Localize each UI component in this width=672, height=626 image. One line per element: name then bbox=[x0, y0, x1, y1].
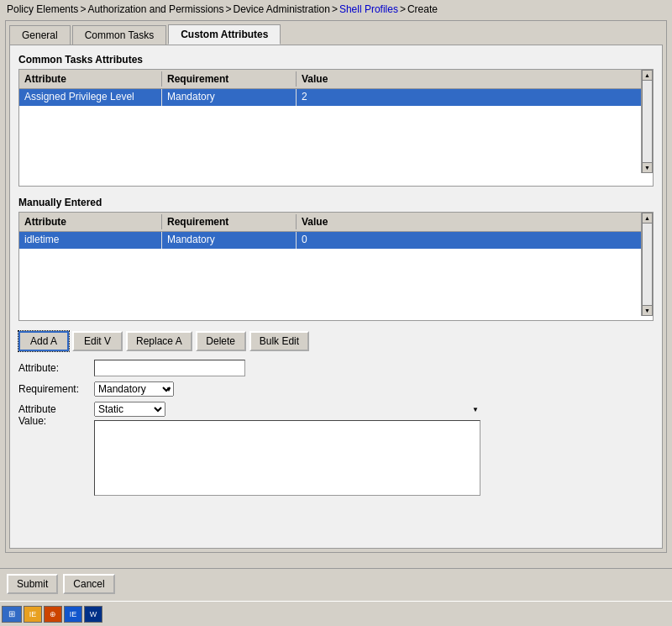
attr-value-label: AttributeValue: bbox=[18, 402, 94, 427]
common-tasks-section-label: Common Tasks Attributes bbox=[18, 54, 654, 66]
common-tasks-row-0[interactable]: Assigned Privilege Level Mandatory 2 bbox=[19, 89, 641, 106]
manually-entered-row-0[interactable]: idletime Mandatory 0 bbox=[19, 232, 641, 249]
tab-content-custom-attributes: Common Tasks Attributes Attribute Requir… bbox=[9, 45, 663, 549]
col-header-value-2: Value bbox=[297, 214, 641, 229]
common-tasks-cell-attr-0: Assigned Privilege Level bbox=[19, 89, 162, 106]
breadcrumb-sep3: > bbox=[332, 3, 338, 15]
attr-value-form-row: AttributeValue: Static Dynamic bbox=[18, 402, 654, 496]
attr-value-type-wrapper: Static Dynamic bbox=[94, 402, 480, 417]
manually-entered-cell-attr-0: idletime bbox=[19, 232, 162, 249]
manually-entered-table-header: Attribute Requirement Value bbox=[19, 213, 641, 232]
taskbar-start-icon[interactable]: ⊞ bbox=[2, 606, 22, 623]
requirement-form-row: Requirement: Mandatory Optional bbox=[18, 381, 654, 397]
breadcrumb-device: Device Administration bbox=[234, 3, 330, 15]
manually-entered-table-main: Attribute Requirement Value idletime Man… bbox=[19, 213, 641, 316]
main-container: General Common Tasks Custom Attributes C… bbox=[5, 20, 667, 553]
col-header-requirement-2: Requirement bbox=[162, 214, 297, 229]
manually-entered-table: Attribute Requirement Value idletime Man… bbox=[18, 212, 654, 321]
requirement-select[interactable]: Mandatory Optional bbox=[94, 381, 174, 397]
common-tasks-cell-req-0: Mandatory bbox=[162, 89, 297, 106]
col-header-requirement-1: Requirement bbox=[162, 71, 297, 87]
breadcrumb: Policy Elements > Authorization and Perm… bbox=[0, 0, 672, 18]
attr-value-type-select[interactable]: Static Dynamic bbox=[94, 402, 165, 417]
common-tasks-scrollbar: ▲ ▼ bbox=[641, 70, 653, 173]
requirement-select-wrapper: Mandatory Optional bbox=[94, 381, 174, 397]
bulk-edit-button[interactable]: Bulk Edit bbox=[249, 331, 309, 351]
manually-entered-scrollbar: ▲ ▼ bbox=[641, 213, 653, 316]
manually-entered-scroll-down[interactable]: ▼ bbox=[642, 305, 653, 316]
taskbar: ⊞ IE ⊕ IE W bbox=[0, 601, 672, 626]
manually-entered-table-body: idletime Mandatory 0 bbox=[19, 232, 641, 316]
attribute-form-row: Attribute: bbox=[18, 360, 654, 376]
common-tasks-table-wrapper: Attribute Requirement Value Assigned Pri… bbox=[19, 70, 653, 173]
col-header-attribute-1: Attribute bbox=[19, 71, 162, 87]
attr-value-area: Static Dynamic bbox=[94, 402, 480, 496]
taskbar-icon-2[interactable]: ⊕ bbox=[44, 606, 62, 623]
common-tasks-scroll-down[interactable]: ▼ bbox=[642, 162, 653, 173]
tab-custom-attributes[interactable]: Custom Attributes bbox=[168, 24, 281, 45]
replace-button[interactable]: Replace A bbox=[126, 331, 192, 351]
taskbar-icon-1[interactable]: IE bbox=[24, 606, 42, 623]
col-header-value-1: Value bbox=[297, 71, 641, 87]
taskbar-icon-3[interactable]: IE bbox=[64, 606, 82, 623]
taskbar-icon-4[interactable]: W bbox=[84, 606, 102, 623]
breadcrumb-shell[interactable]: Shell Profiles bbox=[339, 3, 398, 15]
add-button[interactable]: Add A bbox=[18, 331, 69, 351]
breadcrumb-auth: Authorization and Permissions bbox=[87, 3, 223, 15]
common-tasks-table: Attribute Requirement Value Assigned Pri… bbox=[18, 69, 654, 187]
manually-entered-label: Manually Entered bbox=[18, 197, 654, 208]
bottom-buttons-row: Submit Cancel bbox=[0, 568, 672, 599]
breadcrumb-sep1: > bbox=[80, 3, 86, 15]
attribute-input[interactable] bbox=[94, 360, 245, 376]
common-tasks-cell-val-0: 2 bbox=[297, 89, 641, 106]
manually-entered-scroll-up[interactable]: ▲ bbox=[642, 213, 653, 224]
requirement-form-label: Requirement: bbox=[18, 383, 94, 395]
manually-entered-scroll-track bbox=[642, 224, 653, 305]
action-buttons-row: Add A Edit V Replace A Delete Bulk Edit bbox=[18, 331, 654, 351]
breadcrumb-sep2: > bbox=[225, 3, 231, 15]
breadcrumb-create: Create bbox=[407, 3, 438, 15]
common-tasks-scroll-up[interactable]: ▲ bbox=[642, 70, 653, 81]
cancel-button[interactable]: Cancel bbox=[63, 574, 114, 594]
delete-button[interactable]: Delete bbox=[196, 331, 246, 351]
manually-entered-table-wrapper: Attribute Requirement Value idletime Man… bbox=[19, 213, 653, 316]
common-tasks-scroll-track bbox=[642, 81, 653, 162]
common-tasks-table-main: Attribute Requirement Value Assigned Pri… bbox=[19, 70, 641, 173]
tab-bar: General Common Tasks Custom Attributes bbox=[9, 24, 663, 45]
breadcrumb-policy: Policy Elements bbox=[7, 3, 78, 15]
attribute-form-label: Attribute: bbox=[18, 362, 94, 374]
breadcrumb-sep4: > bbox=[400, 3, 406, 15]
col-header-attribute-2: Attribute bbox=[19, 214, 162, 229]
edit-button[interactable]: Edit V bbox=[72, 331, 123, 351]
common-tasks-table-body: Assigned Privilege Level Mandatory 2 bbox=[19, 89, 641, 173]
tab-general[interactable]: General bbox=[9, 25, 71, 45]
manually-entered-cell-val-0: 0 bbox=[297, 232, 641, 249]
manually-entered-cell-req-0: Mandatory bbox=[162, 232, 297, 249]
submit-button[interactable]: Submit bbox=[7, 574, 58, 594]
tab-common-tasks[interactable]: Common Tasks bbox=[72, 25, 166, 45]
attr-value-textarea[interactable] bbox=[94, 420, 480, 496]
common-tasks-table-header: Attribute Requirement Value bbox=[19, 70, 641, 89]
